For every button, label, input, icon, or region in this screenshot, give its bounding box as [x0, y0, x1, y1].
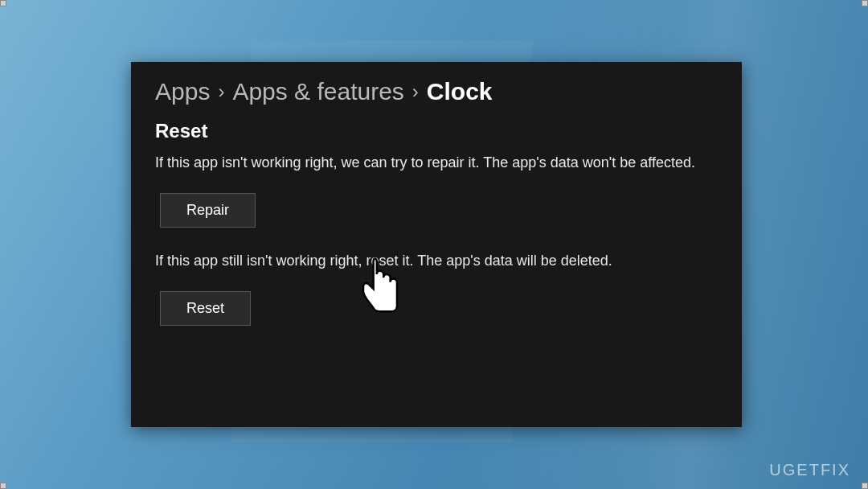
breadcrumb-clock: Clock	[427, 78, 493, 105]
breadcrumb-apps[interactable]: Apps	[155, 78, 210, 105]
watermark-text: UGETFIX	[769, 461, 850, 479]
corner-handle-tl	[0, 0, 6, 6]
settings-panel: Apps › Apps & features › Clock Reset If …	[131, 62, 742, 427]
corner-handle-bl	[0, 483, 6, 489]
reset-description: If this app still isn't working right, r…	[155, 250, 702, 272]
breadcrumb: Apps › Apps & features › Clock	[155, 78, 718, 105]
repair-button[interactable]: Repair	[160, 193, 256, 228]
repair-description: If this app isn't working right, we can …	[155, 152, 702, 174]
corner-handle-br	[862, 483, 868, 489]
breadcrumb-apps-features[interactable]: Apps & features	[232, 78, 403, 105]
reset-heading: Reset	[155, 120, 718, 142]
reset-button[interactable]: Reset	[160, 291, 251, 326]
corner-handle-tr	[862, 0, 868, 6]
chevron-right-icon: ›	[218, 80, 224, 103]
chevron-right-icon: ›	[412, 80, 419, 103]
